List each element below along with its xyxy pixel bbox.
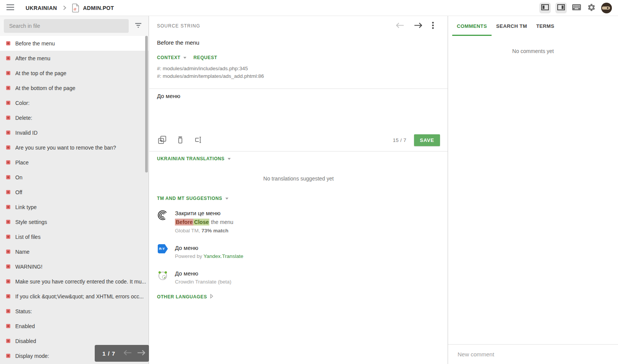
suggestion-text: До меню <box>175 269 231 277</box>
tm-suggestion-row[interactable]: Закрити це меню BeforeClose the menu Glo… <box>157 209 440 235</box>
context-dropdown-button[interactable]: CONTEXT <box>157 55 186 60</box>
crowdin-editor: UKRAINIAN a ADMIN.POT <box>0 0 618 364</box>
settings-button[interactable] <box>586 2 597 14</box>
sidebar-string-item[interactable]: Before the menu <box>0 36 149 51</box>
translations-section-header[interactable]: UKRAINIAN TRANSLATIONS <box>157 156 440 161</box>
top-bar: UKRAINIAN a ADMIN.POT <box>0 0 618 16</box>
untranslated-status-icon <box>6 279 10 283</box>
untranslated-status-icon <box>6 145 10 150</box>
string-text: Delete: <box>15 115 32 121</box>
string-text: Color: <box>15 100 29 106</box>
sidebar-string-item[interactable]: Place <box>0 155 149 170</box>
suggestion-text: Закрити це меню <box>175 209 233 217</box>
string-text: Style settings <box>15 219 47 225</box>
sidebar-string-item[interactable]: Link type <box>0 200 149 214</box>
sidebar-string-item[interactable]: After the menu <box>0 51 149 66</box>
sidebar-string-item[interactable]: Invalid ID <box>0 125 149 140</box>
arrow-left-icon <box>396 23 404 29</box>
more-options-button[interactable] <box>431 21 435 31</box>
chevron-down-icon <box>228 158 231 160</box>
character-counter: 15 / 7 <box>393 137 406 143</box>
string-list: Before the menu After the menu At the to… <box>0 36 149 364</box>
sidebar-string-item[interactable]: Enabled <box>0 319 149 333</box>
sidebar-string-item[interactable]: Style settings <box>0 214 149 229</box>
untranslated-status-icon <box>6 339 10 343</box>
translation-input[interactable]: До меню <box>157 93 440 131</box>
source-string-label: SOURCE STRING <box>157 23 200 29</box>
svg-text:a: a <box>74 5 76 11</box>
suggestion-diff: BeforeClose the menu <box>175 218 233 226</box>
layout-left-panel-icon <box>541 4 549 11</box>
sidebar-string-item[interactable]: List of files <box>0 229 149 244</box>
tab-comments[interactable]: COMMENTS <box>452 16 492 36</box>
keyboard-icon <box>572 4 581 11</box>
untranslated-status-icon <box>6 354 10 358</box>
toggle-right-panel-button[interactable] <box>555 3 567 13</box>
sidebar-string-item[interactable]: Delete: <box>0 110 149 125</box>
filter-icon <box>135 23 142 29</box>
hamburger-menu-button[interactable] <box>6 3 15 12</box>
string-text: Before the menu <box>15 40 55 47</box>
string-text: Name <box>15 249 29 255</box>
kebab-menu-icon <box>432 22 434 30</box>
tab-terms[interactable]: TERMS <box>532 16 559 36</box>
new-comment-input[interactable] <box>457 351 609 358</box>
tm-mt-section-header[interactable]: TM AND MT SUGGESTIONS <box>157 196 440 201</box>
sidebar-string-item[interactable]: WARNING! <box>0 259 149 274</box>
user-avatar[interactable] <box>601 3 612 13</box>
mt-suggestion-row[interactable]: Я-Y До меню Powered by Yandex.Translate <box>157 244 440 260</box>
keyboard-shortcuts-button[interactable] <box>571 3 582 12</box>
sidebar-string-item[interactable]: Make sure you have correctly entered the… <box>0 274 149 289</box>
copy-source-button[interactable] <box>157 135 167 146</box>
page-indicator: 1 / 7 <box>102 350 115 357</box>
strings-sidebar: Before the menu After the menu At the to… <box>0 16 149 364</box>
search-input[interactable] <box>4 19 129 33</box>
string-text: Place <box>15 159 29 166</box>
previous-string-button[interactable] <box>395 22 405 30</box>
sidebar-scrollbar-thumb[interactable] <box>145 36 148 172</box>
sidebar-string-item[interactable]: Off <box>0 185 149 200</box>
string-text: At the top of the page <box>15 70 66 76</box>
source-text: Before the menu <box>157 39 440 47</box>
toggle-left-panel-button[interactable] <box>539 3 551 13</box>
clear-translation-button[interactable] <box>176 135 185 146</box>
sidebar-string-item[interactable]: Status: <box>0 304 149 319</box>
right-panel-tabs: COMMENTS SEARCH TM TERMS <box>448 16 618 36</box>
save-button[interactable]: SAVE <box>414 134 440 146</box>
breadcrumb-file-name[interactable]: ADMIN.POT <box>83 5 114 11</box>
previous-page-button[interactable] <box>122 348 133 358</box>
untranslated-status-icon <box>6 220 10 224</box>
next-page-button[interactable] <box>136 348 147 358</box>
request-context-button[interactable]: REQUEST <box>194 55 217 60</box>
suggestion-content: До меню Crowdin Translate (beta) <box>175 269 231 286</box>
sidebar-string-item[interactable]: On <box>0 170 149 185</box>
context-references: #: modules/admin/includes/ads.php:345 #:… <box>157 65 440 80</box>
filter-strings-button[interactable] <box>133 21 144 31</box>
string-text: Make sure you have correctly entered the… <box>15 279 146 285</box>
sidebar-string-item[interactable]: At the bottom of the page <box>0 81 149 95</box>
sidebar-string-item[interactable]: At the top of the page <box>0 66 149 81</box>
sidebar-string-item[interactable]: Are you sure you want to remove the ban? <box>0 140 149 155</box>
sidebar-string-item[interactable]: Color: <box>0 95 149 110</box>
untranslated-status-icon <box>6 190 10 194</box>
breadcrumb-project-language[interactable]: UKRAINIAN <box>26 5 57 11</box>
string-list-pagination: 1 / 7 <box>95 345 149 362</box>
other-languages-toggle[interactable]: OTHER LANGUAGES <box>157 293 440 300</box>
select-text-button[interactable] <box>193 135 204 146</box>
layout-right-panel-icon <box>557 4 565 11</box>
sidebar-string-item[interactable]: Name <box>0 244 149 259</box>
sidebar-string-item[interactable]: If you click &quot;View&quot; and XHTML … <box>0 289 149 304</box>
string-text: Off <box>15 189 22 195</box>
string-text: Are you sure you want to remove the ban? <box>15 145 116 151</box>
untranslated-status-icon <box>6 101 10 105</box>
tab-search-tm[interactable]: SEARCH TM <box>492 16 532 36</box>
next-string-button[interactable] <box>413 22 423 30</box>
arrow-right-icon <box>137 350 145 357</box>
mt-suggestion-row[interactable]: До меню Crowdin Translate (beta) <box>157 269 440 286</box>
source-section: Before the menu CONTEXT REQUEST #: modul… <box>149 36 448 89</box>
string-text: Invalid ID <box>15 130 37 136</box>
provider-link[interactable]: Yandex.Translate <box>204 253 243 259</box>
string-text: List of files <box>15 234 40 240</box>
untranslated-status-icon <box>6 235 10 239</box>
chevron-down-icon <box>225 198 228 200</box>
